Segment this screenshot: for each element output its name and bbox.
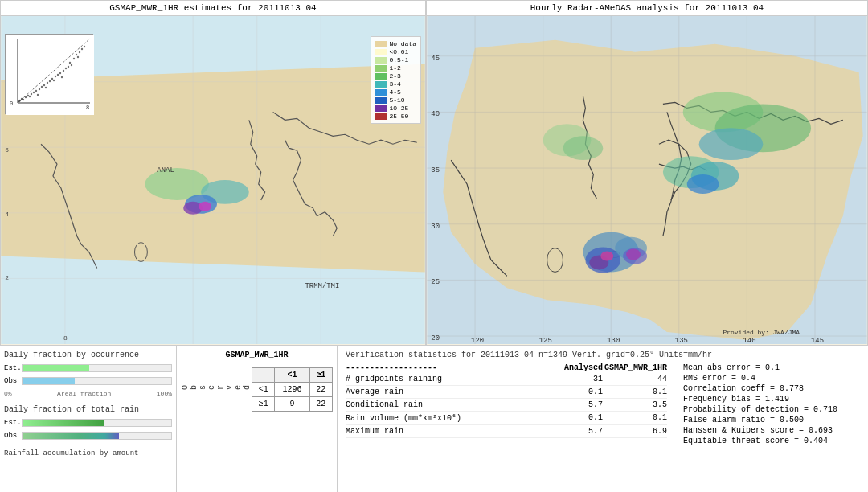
stat-avgrain-analysed: 0.1 (555, 387, 603, 396)
right-map-canvas: 45 40 35 30 25 20 120 125 130 135 140 14… (427, 16, 867, 344)
obs-label-1: Obs (4, 377, 22, 385)
svg-text:25: 25 (431, 278, 440, 286)
svg-point-54 (69, 62, 71, 64)
rainfall-label: Rainfall accumulation by amount (4, 449, 172, 457)
axis-left-1: 0% (4, 390, 12, 397)
svg-text:145: 145 (811, 337, 824, 344)
svg-point-16 (199, 202, 211, 211)
legend-box: No data <0.01 0.5-1 1-2 (371, 36, 421, 124)
svg-point-85 (687, 174, 719, 194)
svg-text:125: 125 (539, 337, 552, 344)
svg-point-32 (25, 96, 27, 98)
bottom-left-charts: Daily fraction by occurrence Est. Obs 0%… (0, 346, 177, 492)
svg-text:0: 0 (10, 100, 13, 107)
svg-text:4: 4 (5, 211, 9, 218)
row-label-gte1: ≥1 (252, 397, 275, 412)
stat-volume-analysed: 0.1 (555, 413, 603, 423)
svg-text:8: 8 (63, 334, 68, 342)
svg-text:120: 120 (471, 337, 484, 344)
svg-point-38 (37, 94, 39, 96)
svg-point-52 (65, 68, 67, 69)
stat-rms-error: RMS error = 0.4 (683, 374, 860, 383)
stats-main: ------------------- Analysed GSMAP_MWR_1… (346, 363, 860, 447)
svg-text:30: 30 (431, 223, 440, 231)
legend-05-1: 0.5-1 (389, 56, 408, 64)
right-map-svg: 45 40 35 30 25 20 120 125 130 135 140 14… (427, 16, 867, 344)
svg-text:140: 140 (743, 337, 755, 344)
svg-point-92 (626, 249, 641, 260)
est-bar-fill-1 (23, 365, 89, 371)
svg-text:45: 45 (431, 55, 440, 63)
svg-point-58 (77, 56, 79, 58)
svg-point-41 (43, 84, 45, 86)
svg-text:8: 8 (86, 105, 89, 111)
stat-row-volume: Rain volume (mm*km²x10⁶) 0.1 0.1 (346, 413, 667, 425)
stat-avgrain-gsmap: 0.1 (603, 387, 667, 396)
legend-5-10: 5-10 (389, 96, 404, 104)
cell-1296: 1296 (275, 383, 309, 397)
svg-point-51 (63, 70, 64, 72)
stat-hanssen-kuipers: Hanssen & Kuipers score = 0.693 (683, 426, 860, 435)
svg-point-89 (600, 252, 613, 261)
svg-point-34 (29, 96, 31, 97)
stats-left-col: ------------------- Analysed GSMAP_MWR_1… (346, 363, 667, 447)
stat-condrain-analysed: 5.7 (555, 400, 603, 409)
svg-point-59 (79, 51, 80, 53)
legend-10-25: 10-25 (389, 105, 408, 112)
header-label: ------------------- (346, 363, 555, 372)
stat-condrain-gsmap: 3.5 (603, 400, 667, 409)
table-header-lt1: <1 (275, 368, 309, 383)
obs-label-2: Obs (4, 432, 22, 440)
svg-point-44 (49, 80, 51, 82)
svg-point-61 (84, 46, 85, 47)
svg-point-46 (53, 80, 55, 81)
contingency-section: GSMAP_MWR_1HR Observed <1 ≥1 (177, 346, 338, 492)
contingency-table-wrapper: <1 ≥1 <1 1296 22 ≥1 (252, 363, 333, 412)
stat-equitable-threat: Equitable threat score = 0.404 (683, 437, 860, 445)
svg-text:TRMM/TMI: TRMM/TMI (305, 282, 339, 290)
stats-table-header: ------------------- Analysed GSMAP_MWR_1… (346, 363, 667, 372)
obs-bar-rain: Obs (4, 432, 172, 440)
contingency-wrapper: Observed <1 ≥1 <1 (181, 363, 333, 412)
left-map-title: GSMAP_MWR_1HR estimates for 20111013 04 (1, 1, 425, 16)
stat-row-gridpoints: # gridpoints raining 31 44 (346, 375, 667, 386)
stat-row-avgrain: Average rain 0.1 0.1 (346, 387, 667, 399)
legend-001: <0.01 (389, 48, 408, 55)
stat-row-condrain: Conditional rain 5.7 3.5 (346, 400, 667, 412)
stat-volume-gsmap: 0.1 (603, 413, 667, 423)
table-row-gte1: ≥1 9 22 (252, 397, 333, 412)
est-bar-track-2 (22, 419, 172, 427)
verification-title: Verification statistics for 20111013 04 … (346, 351, 860, 359)
header-gsmap: GSMAP_MWR_1HR (603, 363, 667, 372)
svg-point-55 (71, 64, 72, 66)
est-bar-rain: Est. (4, 419, 172, 427)
est-bar-fill-2 (23, 420, 104, 426)
inset-scatter-plot: 0 8 (5, 34, 93, 114)
svg-point-39 (39, 88, 40, 90)
stat-prob-detection: Probability of detection = 0.710 (683, 405, 860, 414)
svg-text:130: 130 (607, 337, 620, 344)
stat-correlation: Correlation coeff = 0.778 (683, 384, 860, 393)
svg-point-94 (563, 136, 604, 160)
svg-point-29 (19, 100, 21, 101)
right-stats-col: Mean abs error = 0.1 RMS error = 0.4 Cor… (683, 363, 860, 447)
legend-1-2: 1-2 (389, 64, 400, 72)
chart2-title: Daily fraction of total rain (4, 405, 172, 414)
stat-false-alarm: False alarm ratio = 0.500 (683, 416, 860, 424)
stat-maxrain-gsmap: 6.9 (603, 427, 667, 436)
legend-4-5: 4-5 (389, 88, 400, 96)
svg-point-60 (81, 48, 83, 50)
stat-gridpoints-analysed: 31 (555, 375, 603, 383)
obs-bar-fill-1 (23, 378, 75, 384)
svg-point-53 (68, 66, 69, 68)
svg-point-31 (23, 99, 24, 100)
bar-axis-1: 0% Areal fraction 100% (4, 390, 172, 397)
obs-bar-track-1 (22, 377, 172, 385)
est-label-2: Est. (4, 419, 22, 427)
top-section: GSMAP_MWR_1HR estimates for 20111013 04 (0, 0, 868, 346)
svg-point-45 (51, 78, 53, 80)
svg-point-35 (31, 93, 32, 95)
svg-point-82 (699, 128, 764, 160)
stat-avgrain-label: Average rain (346, 387, 555, 396)
row-label-lt1: <1 (252, 383, 275, 397)
